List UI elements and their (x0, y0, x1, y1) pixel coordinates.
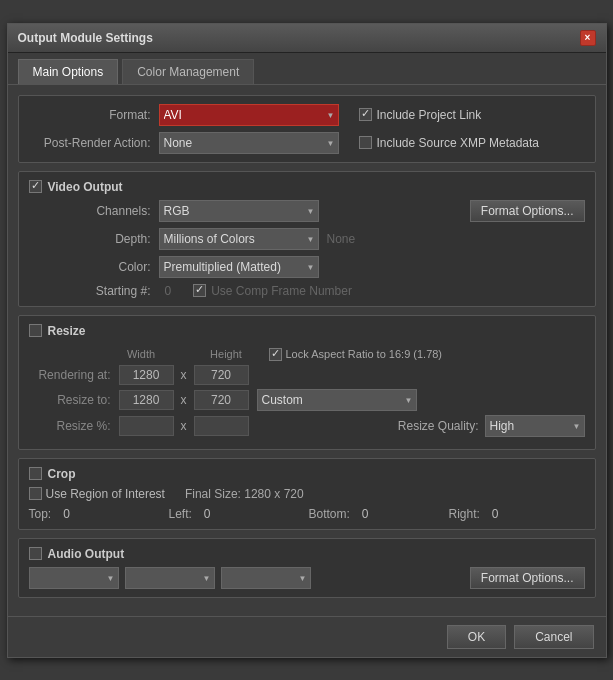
none-indicator: None (327, 232, 356, 246)
format-options-button[interactable]: Format Options... (470, 200, 585, 222)
include-project-link-label: Include Project Link (377, 108, 482, 122)
resize-to-width[interactable] (119, 390, 174, 410)
left-value: 0 (204, 507, 211, 521)
ok-button[interactable]: OK (447, 625, 506, 649)
top-label: Top: (29, 507, 60, 521)
channels-select-wrap: RGB (159, 200, 319, 222)
color-label: Color: (29, 260, 159, 274)
resize-quality-label: Resize Quality: (398, 419, 479, 433)
dialog: Output Module Settings × Main Options Co… (7, 23, 607, 658)
post-render-label: Post-Render Action: (29, 136, 159, 150)
format-row: Format: AVI Include Project Link (29, 104, 585, 126)
resize-quality-select[interactable]: High (485, 415, 585, 437)
channels-select[interactable]: RGB (159, 200, 319, 222)
tab-main-options[interactable]: Main Options (18, 59, 119, 84)
resize-pct-row: Resize %: x Resize Quality: High (29, 415, 585, 437)
depth-label: Depth: (29, 232, 159, 246)
channels-label: Channels: (29, 204, 159, 218)
top-value: 0 (63, 507, 70, 521)
final-size-label: Final Size: 1280 x 720 (185, 487, 304, 501)
resize-title: Resize (48, 324, 86, 338)
depth-row: Depth: Millions of Colors None (29, 228, 585, 250)
video-output-title: Video Output (48, 180, 123, 194)
resize-section: Resize Width Height Lock Aspect Ratio to… (18, 315, 596, 450)
audio-select-3[interactable] (221, 567, 311, 589)
resize-pct-height[interactable] (194, 416, 249, 436)
rendering-height[interactable] (194, 365, 249, 385)
close-button[interactable]: × (580, 30, 596, 46)
crop-checkbox[interactable] (29, 467, 42, 480)
resize-header: Resize (29, 324, 585, 338)
color-row: Color: Premultiplied (Matted) (29, 256, 585, 278)
depth-select-wrap: Millions of Colors (159, 228, 319, 250)
audio-row: Format Options... (29, 567, 585, 589)
dialog-title: Output Module Settings (18, 31, 153, 45)
left-item: Left: 0 (169, 507, 305, 521)
crop-header: Crop (29, 467, 585, 481)
rendering-width[interactable] (119, 365, 174, 385)
lock-aspect-checkbox[interactable] (269, 348, 282, 361)
audio-output-title: Audio Output (48, 547, 125, 561)
title-bar: Output Module Settings × (8, 24, 606, 53)
starting-label: Starting #: (29, 284, 159, 298)
resize-to-label: Resize to: (29, 393, 119, 407)
lock-aspect-label: Lock Aspect Ratio to 16:9 (1.78) (286, 348, 443, 360)
color-select-wrap: Premultiplied (Matted) (159, 256, 319, 278)
use-roi-label-wrap[interactable]: Use Region of Interest (29, 487, 165, 501)
include-source-xmp-label: Include Source XMP Metadata (377, 136, 540, 150)
format-select-wrap: AVI (159, 104, 339, 126)
video-output-checkbox[interactable] (29, 180, 42, 193)
tabs-container: Main Options Color Management (8, 53, 606, 85)
video-output-header: Video Output (29, 180, 585, 194)
resize-pct-label: Resize %: (29, 419, 119, 433)
resize-pct-width[interactable] (119, 416, 174, 436)
bottom-label: Bottom: (309, 507, 358, 521)
crop-values-grid: Top: 0 Left: 0 Bottom: 0 Right: 0 (29, 507, 585, 521)
crop-title: Crop (48, 467, 76, 481)
resize-checkbox[interactable] (29, 324, 42, 337)
right-label: Right: (449, 507, 488, 521)
left-label: Left: (169, 507, 200, 521)
audio-output-section: Audio Output (18, 538, 596, 598)
rendering-row: Rendering at: x (29, 365, 585, 385)
resize-to-row: Resize to: x Custom (29, 389, 585, 411)
width-col-header: Width (109, 348, 174, 360)
audio-output-header: Audio Output (29, 547, 585, 561)
use-roi-row: Use Region of Interest Final Size: 1280 … (29, 487, 585, 501)
bottom-value: 0 (362, 507, 369, 521)
use-roi-label: Use Region of Interest (46, 487, 165, 501)
crop-section: Crop Use Region of Interest Final Size: … (18, 458, 596, 530)
resize-preset-select[interactable]: Custom (257, 389, 417, 411)
audio-output-checkbox[interactable] (29, 547, 42, 560)
format-select[interactable]: AVI (159, 104, 339, 126)
include-source-xmp-checkbox[interactable] (359, 136, 372, 149)
top-item: Top: 0 (29, 507, 165, 521)
audio-select-2[interactable] (125, 567, 215, 589)
post-render-select[interactable]: None (159, 132, 339, 154)
bottom-item: Bottom: 0 (309, 507, 445, 521)
audio-select-1[interactable] (29, 567, 119, 589)
use-comp-frame-label: Use Comp Frame Number (211, 284, 352, 298)
post-render-row: Post-Render Action: None Include Source … (29, 132, 585, 154)
channels-row: Channels: RGB Format Options... (29, 200, 585, 222)
height-col-header: Height (194, 348, 259, 360)
resize-to-height[interactable] (194, 390, 249, 410)
format-label: Format: (29, 108, 159, 122)
main-content: Format: AVI Include Project Link Post-Re… (8, 85, 606, 616)
color-select[interactable]: Premultiplied (Matted) (159, 256, 319, 278)
tab-color-management[interactable]: Color Management (122, 59, 254, 84)
right-value: 0 (492, 507, 499, 521)
cancel-button[interactable]: Cancel (514, 625, 593, 649)
post-render-select-wrap: None (159, 132, 339, 154)
footer: OK Cancel (8, 616, 606, 657)
format-section: Format: AVI Include Project Link Post-Re… (18, 95, 596, 163)
use-roi-checkbox[interactable] (29, 487, 42, 500)
starting-row: Starting #: 0 Use Comp Frame Number (29, 284, 585, 298)
depth-select[interactable]: Millions of Colors (159, 228, 319, 250)
use-comp-frame-checkbox[interactable] (193, 284, 206, 297)
starting-value: 0 (165, 284, 172, 298)
resize-content: Width Height Lock Aspect Ratio to 16:9 (… (29, 344, 585, 441)
include-project-link-checkbox[interactable] (359, 108, 372, 121)
audio-format-options-button[interactable]: Format Options... (470, 567, 585, 589)
right-item: Right: 0 (449, 507, 585, 521)
